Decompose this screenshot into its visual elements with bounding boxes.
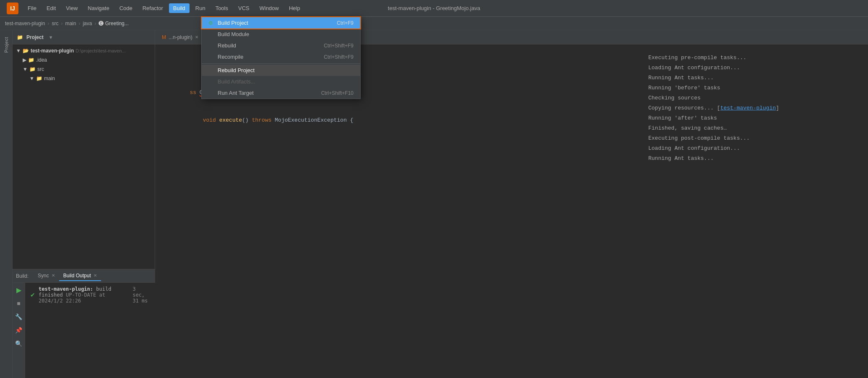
build-pin-btn[interactable]: 📌 <box>14 326 23 335</box>
output-line-9: Executing post-compile tasks... <box>648 133 861 143</box>
menu-window[interactable]: Window <box>255 3 283 13</box>
root-label: test-maven-plugin <box>31 48 74 54</box>
recompile-label: Recompile <box>218 54 243 60</box>
menu-separator-1 <box>202 63 360 64</box>
menu-vcs[interactable]: VCS <box>234 3 254 13</box>
rebuild-left: Rebuild <box>208 42 236 49</box>
run-ant-left: Run Ant Target <box>208 90 254 96</box>
menu-item-rebuild[interactable]: Rebuild Ctrl+Shift+F9 <box>202 40 360 51</box>
menu-navigate[interactable]: Navigate <box>83 3 113 13</box>
src-label: src <box>37 66 44 72</box>
title-bar: IJ File Edit View Navigate Code Refactor… <box>0 0 868 17</box>
build-wrench-btn[interactable]: 🔧 <box>14 312 23 321</box>
expand-icon-src: ▼ <box>23 66 28 72</box>
tab-maven-plugin[interactable]: M ...n-plugin) ✕ <box>157 30 204 44</box>
build-success-icon: ✔ <box>30 292 35 298</box>
tree-item-root[interactable]: ▼ 📂 test-maven-plugin D:\projects\test-m… <box>13 46 155 55</box>
build-content: ▶ ■ 🔧 📌 🔍 ✔ test-maven-plugin: build fin… <box>13 283 155 378</box>
menu-file[interactable]: File <box>23 3 41 13</box>
output-line-10: Loading Ant configuration... <box>648 143 861 154</box>
root-path: D:\projects\test-maven... <box>75 48 125 53</box>
recompile-left: Recompile <box>208 54 243 60</box>
build-left-tools: ▶ ■ 🔧 📌 🔍 <box>13 283 25 378</box>
expand-icon: ▼ <box>16 48 21 54</box>
menu-refactor[interactable]: Refactor <box>138 3 167 13</box>
menu-tools[interactable]: Tools <box>211 3 232 13</box>
breadcrumb-src[interactable]: src <box>52 21 58 26</box>
expand-icon-idea: ▶ <box>23 57 26 63</box>
menu-build[interactable]: Build <box>169 3 190 13</box>
output-line-5: Checking sources <box>648 93 861 103</box>
folder-open-icon: 📂 <box>23 48 29 54</box>
project-panel-header: 📁 Project ▼ <box>13 30 155 44</box>
build-stop-btn[interactable]: ■ <box>14 299 23 308</box>
build-project-label: Build Project <box>218 20 248 26</box>
build-search-btn[interactable]: 🔍 <box>14 339 23 348</box>
dropdown-icon[interactable]: ▼ <box>49 35 53 40</box>
output-line-7: Running 'after' tasks <box>648 113 861 123</box>
recompile-shortcut: Ctrl+Shift+F9 <box>324 54 353 60</box>
plugin-link[interactable]: test-maven-plugin <box>720 105 776 111</box>
main-layout: Project 📁 Project ▼ ▼ 📂 test-maven-plugi… <box>0 30 868 378</box>
menu-run[interactable]: Run <box>191 3 210 13</box>
menu-item-build-project[interactable]: ⚙ Build Project Ctrl+F9 <box>201 16 361 29</box>
sidebar-icons: Project <box>0 30 13 378</box>
folder-icon-src: 📁 <box>29 66 36 72</box>
breadcrumb-java[interactable]: java <box>83 21 92 26</box>
tab-icon-m: M <box>162 34 166 40</box>
output-line-8: Finished, saving caches… <box>648 123 861 133</box>
folder-icon: 📁 <box>17 34 23 40</box>
build-rerun-btn[interactable]: ▶ <box>14 285 23 295</box>
build-module-left: Build Module <box>208 31 249 37</box>
menu-item-build-module[interactable]: Build Module <box>202 29 360 40</box>
project-sidebar-label[interactable]: Project <box>4 34 9 56</box>
tab-build-output-close[interactable]: ✕ <box>94 273 97 278</box>
menu-view[interactable]: View <box>62 3 82 13</box>
tree-item-idea[interactable]: ▶ 📁 .idea <box>13 55 155 65</box>
build-panel-tabs: Build: Sync ✕ Build Output ✕ <box>13 269 155 283</box>
menu-item-recompile[interactable]: Recompile Ctrl+Shift+F9 <box>202 51 360 63</box>
breadcrumb-project[interactable]: test-maven-plugin <box>5 21 45 26</box>
menu-item-run-ant[interactable]: Run Ant Target Ctrl+Shift+F10 <box>202 87 360 99</box>
breadcrumb-main[interactable]: main <box>65 21 76 26</box>
output-line-6: Copying resources... [test-maven-plugin] <box>648 103 861 113</box>
build-module-label: Build Module <box>218 31 249 37</box>
tab-sync[interactable]: Sync ✕ <box>34 271 59 281</box>
build-output-right: Executing pre-compile tasks... Loading A… <box>642 48 868 169</box>
output-line-11: Running Ant tasks... <box>648 154 861 164</box>
menu-help[interactable]: Help <box>285 3 304 13</box>
main-label: main <box>44 76 55 81</box>
build-dropdown-menu: ⚙ Build Project Ctrl+F9 Build Module Reb… <box>201 17 361 99</box>
menu-edit[interactable]: Edit <box>42 3 60 13</box>
tab-sync-close[interactable]: ✕ <box>52 273 55 278</box>
tab-build-output-label: Build Output <box>63 273 91 279</box>
build-time: 3 sec, 31 ms <box>133 286 150 304</box>
menu-item-build-artifacts[interactable]: Build Artifacts... <box>202 76 360 87</box>
tab-maven-close[interactable]: ✕ <box>195 35 198 39</box>
output-line-1: Executing pre-compile tasks... <box>648 53 861 63</box>
output-line-2: Loading Ant configuration... <box>648 63 861 73</box>
tab-sync-label: Sync <box>38 273 49 279</box>
menu-code[interactable]: Code <box>115 3 137 13</box>
build-project-shortcut: Ctrl+F9 <box>337 20 353 26</box>
menu-item-rebuild-project[interactable]: Rebuild Project <box>202 65 360 76</box>
folder-icon-idea: 📁 <box>28 57 34 63</box>
breadcrumb: test-maven-plugin › src › main › java › … <box>0 17 868 30</box>
tab-build-output[interactable]: Build Output ✕ <box>59 271 101 281</box>
build-artifacts-left: Build Artifacts... <box>208 78 255 85</box>
output-line-3: Running Ant tasks... <box>648 73 861 83</box>
tab-maven-label: ...n-plugin) <box>169 34 192 40</box>
build-project-left: ⚙ Build Project <box>208 20 248 26</box>
tree-item-src[interactable]: ▼ 📁 src <box>13 65 155 74</box>
project-panel-title: Project <box>26 34 44 40</box>
idea-label: .idea <box>36 57 47 63</box>
rebuild-label: Rebuild <box>218 42 236 49</box>
tree-item-main[interactable]: ▼ 📁 main <box>13 74 155 83</box>
expand-icon-main: ▼ <box>29 76 34 81</box>
rebuild-shortcut: Ctrl+Shift+F9 <box>324 43 353 49</box>
build-output-area: ✔ test-maven-plugin: build finished UP-T… <box>25 283 155 378</box>
breadcrumb-file[interactable]: 🅒 Greeting... <box>99 21 128 26</box>
project-tree: ▼ 📂 test-maven-plugin D:\projects\test-m… <box>13 44 155 269</box>
left-column: 📁 Project ▼ ▼ 📂 test-maven-plugin D:\pro… <box>13 30 155 378</box>
run-ant-label: Run Ant Target <box>218 90 254 96</box>
